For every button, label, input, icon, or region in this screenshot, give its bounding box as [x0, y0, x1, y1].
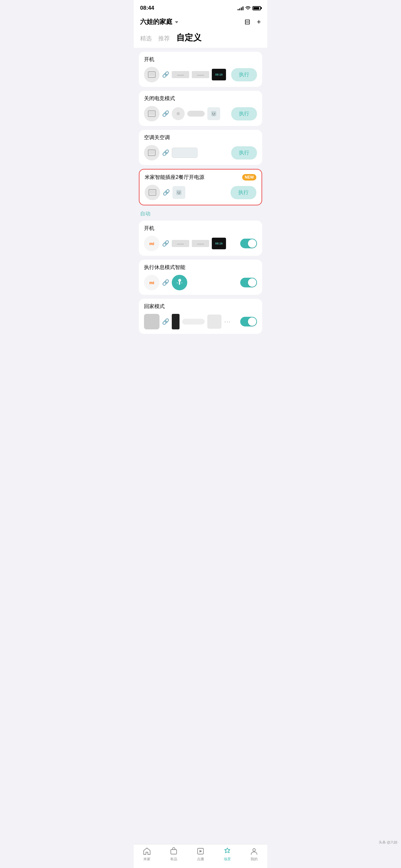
plug-device-4	[173, 186, 185, 199]
auto-scene-card-3: 回家模式 🔗 ⋯	[139, 299, 262, 334]
scene-name-1: 开机	[144, 56, 257, 63]
clock-device-1: 08:16	[212, 69, 226, 81]
status-bar: 08:44	[134, 0, 267, 14]
router-device-2	[172, 107, 185, 120]
svg-rect-11	[149, 151, 154, 154]
trigger-icon-3	[144, 145, 159, 160]
header: 六娃的家庭 ⊟ +	[134, 14, 267, 31]
more-icon-3: ⋯	[224, 318, 230, 326]
auto-link-2: 🔗	[162, 279, 169, 286]
svg-rect-13	[150, 190, 155, 194]
link-icon-4: 🔗	[163, 189, 170, 196]
plug-device-2	[207, 107, 220, 120]
new-badge: NEW	[242, 174, 256, 181]
auto-display-1a: ▬▬▬	[172, 240, 189, 247]
touch-device-2	[172, 275, 187, 290]
trigger-icon-4	[145, 185, 160, 200]
link-icon-2: 🔗	[162, 110, 169, 117]
home-title-text: 六娃的家庭	[140, 18, 173, 26]
auto-scene-name-1: 开机	[144, 225, 257, 232]
trigger-icon-2	[144, 106, 159, 121]
auto-scene-name-2: 执行休息模式智能	[144, 264, 257, 271]
main-content: 开机 🔗 ▬▬▬ ▬▬▬ 08:16 执行 关闭电竞模式	[134, 48, 267, 370]
scene-devices-2: 🔗	[144, 106, 231, 121]
scene-row-3: 🔗 执行	[144, 145, 257, 160]
auto-link-3: 🔗	[162, 318, 169, 325]
auto-scene-row-3: 🔗 ⋯	[144, 314, 257, 330]
chevron-down-icon	[175, 21, 178, 23]
exec-btn-2[interactable]: 执行	[231, 107, 257, 120]
scene-name-3: 空调关空调	[144, 134, 257, 141]
tab-selected[interactable]: 精选	[140, 35, 152, 42]
black-strip-3	[172, 314, 180, 330]
svg-point-5	[177, 112, 180, 115]
auto-link-1: 🔗	[162, 240, 169, 247]
svg-rect-1	[149, 73, 154, 76]
mi-trigger-2: mi	[144, 275, 159, 290]
header-actions: ⊟ +	[244, 18, 261, 26]
tab-custom[interactable]: 自定义	[176, 32, 202, 43]
menu-icon[interactable]: ⊟	[244, 18, 250, 26]
ac-device-3	[172, 148, 197, 158]
exec-btn-1[interactable]: 执行	[231, 68, 257, 82]
top-tabs: 精选 推荐 自定义	[134, 31, 267, 48]
auto-scene-card-1: 开机 mi 🔗 ▬▬▬ ▬▬▬ 08:16	[139, 221, 262, 256]
scene-card-2: 关闭电竞模式 🔗	[139, 91, 262, 126]
scene-row-4: 🔗 执行	[145, 185, 256, 200]
gray-square	[144, 314, 159, 330]
display-device-1: ▬▬▬	[172, 71, 189, 78]
status-time: 08:44	[140, 5, 154, 11]
signal-icon	[238, 6, 243, 10]
svg-point-18	[181, 283, 182, 283]
toggle-3[interactable]	[240, 317, 257, 327]
scene-row-1: 🔗 ▬▬▬ ▬▬▬ 08:16 执行	[144, 67, 257, 82]
mi-trigger-1: mi	[144, 236, 159, 251]
svg-rect-14	[176, 190, 181, 195]
tab-recommended[interactable]: 推荐	[158, 35, 170, 42]
auto-section-label: 自动	[140, 211, 262, 217]
trigger-icon-1	[144, 67, 159, 82]
auto-scene-devices-1: mi 🔗 ▬▬▬ ▬▬▬ 08:16	[144, 236, 240, 251]
home-title-container[interactable]: 六娃的家庭	[140, 18, 178, 26]
scene-devices-4: 🔗	[145, 185, 230, 200]
square-device-3	[207, 314, 221, 329]
scene-card-3: 空调关空调 🔗 执行	[139, 130, 262, 165]
white-strip-3	[182, 319, 205, 324]
auto-scene-name-3: 回家模式	[144, 303, 257, 310]
add-icon[interactable]: +	[257, 18, 261, 26]
svg-rect-6	[211, 111, 216, 116]
svg-rect-3	[149, 112, 154, 115]
scene-card-1: 开机 🔗 ▬▬▬ ▬▬▬ 08:16 执行	[139, 52, 262, 87]
auto-scene-row-1: mi 🔗 ▬▬▬ ▬▬▬ 08:16	[144, 236, 257, 251]
auto-display-1b: ▬▬▬	[192, 240, 209, 247]
toggle-1[interactable]	[240, 239, 257, 248]
exec-btn-3[interactable]: 执行	[231, 146, 257, 159]
svg-point-19	[177, 283, 178, 283]
scene-card-4: NEW 米家智能插座2餐厅开电源 🔗	[139, 169, 262, 206]
strip-device-2	[187, 111, 205, 117]
link-icon-3: 🔗	[162, 149, 169, 156]
toggle-2[interactable]	[240, 278, 257, 287]
scene-name-2: 关闭电竞模式	[144, 95, 257, 102]
auto-scene-devices-2: mi 🔗	[144, 275, 240, 290]
auto-clock-1: 08:16	[212, 238, 226, 249]
exec-btn-4[interactable]: 执行	[230, 186, 256, 199]
scene-devices-1: 🔗 ▬▬▬ ▬▬▬ 08:16	[144, 67, 231, 82]
auto-scene-devices-3: 🔗 ⋯	[144, 314, 240, 330]
scene-devices-3: 🔗	[144, 145, 231, 160]
battery-icon	[252, 6, 261, 10]
auto-scene-card-2: 执行休息模式智能 mi 🔗	[139, 259, 262, 295]
display-device-1b: ▬▬▬	[192, 71, 209, 78]
auto-scene-row-2: mi 🔗	[144, 275, 257, 290]
wifi-icon	[245, 5, 251, 11]
scene-name-4: 米家智能插座2餐厅开电源	[145, 174, 256, 181]
scene-row-2: 🔗 执行	[144, 106, 257, 121]
link-icon-1: 🔗	[162, 71, 169, 78]
status-icons	[238, 5, 261, 11]
